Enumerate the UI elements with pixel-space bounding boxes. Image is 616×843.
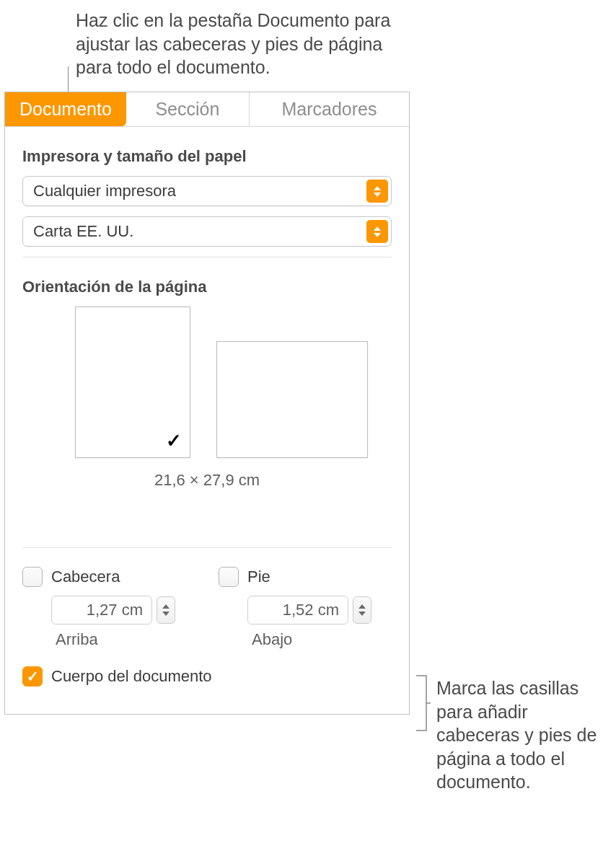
- header-sublabel: Arriba: [56, 630, 175, 649]
- callout-right-text: Marca las casillas para añadir cabeceras…: [436, 676, 610, 794]
- printer-section: Impresora y tamaño del papel Cualquier i…: [22, 127, 392, 247]
- printer-select-value: Cualquier impresora: [33, 182, 176, 200]
- orientation-landscape[interactable]: [216, 306, 368, 458]
- orientation-portrait[interactable]: ✓: [75, 306, 190, 458]
- footer-margin-input[interactable]: [247, 596, 348, 624]
- callout-bracket: [416, 674, 431, 732]
- printer-section-title: Impresora y tamaño del papel: [22, 147, 392, 166]
- callout-top-text: Haz clic en la pestaña Documento para aj…: [76, 9, 422, 79]
- document-body-checkbox[interactable]: ✓: [22, 666, 43, 687]
- tab-marcadores[interactable]: Marcadores: [250, 92, 409, 126]
- header-label: Cabecera: [51, 568, 120, 586]
- tab-bar: Documento Sección Marcadores: [5, 92, 409, 127]
- paper-size-select[interactable]: Carta EE. UU.: [22, 216, 392, 247]
- footer-sublabel: Abajo: [252, 630, 371, 649]
- footer-checkbox[interactable]: [219, 567, 239, 587]
- orientation-section: Orientación de la página ✓ 21,6 × 27,9 c…: [22, 257, 392, 490]
- checkmark-icon: ✓: [166, 430, 182, 452]
- updown-icon: [366, 180, 388, 203]
- header-checkbox[interactable]: [22, 567, 43, 587]
- footer-label: Pie: [247, 568, 270, 586]
- header-footer-row: Cabecera Arriba Pie Abajo: [22, 548, 392, 649]
- updown-icon: [366, 220, 388, 243]
- printer-select[interactable]: Cualquier impresora: [22, 176, 392, 206]
- tab-documento[interactable]: Documento: [5, 92, 126, 126]
- stepper-arrows-icon[interactable]: [353, 596, 371, 624]
- page-dimensions: 21,6 × 27,9 cm: [22, 471, 392, 490]
- document-inspector-panel: Documento Sección Marcadores Impresora y…: [4, 92, 410, 715]
- tab-seccion[interactable]: Sección: [126, 92, 250, 126]
- paper-size-value: Carta EE. UU.: [33, 222, 133, 241]
- stepper-arrows-icon[interactable]: [157, 596, 175, 624]
- document-body-label: Cuerpo del documento: [51, 667, 212, 686]
- orientation-title: Orientación de la página: [22, 278, 392, 296]
- header-margin-input[interactable]: [51, 596, 152, 624]
